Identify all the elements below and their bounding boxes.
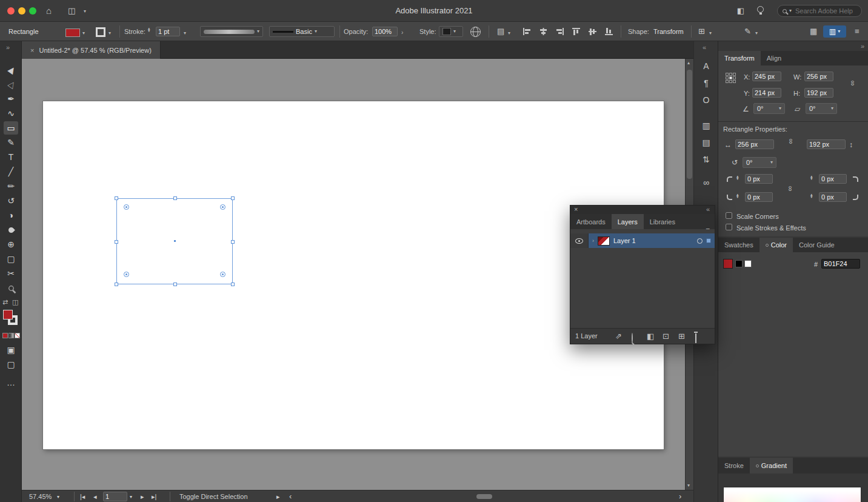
white-swatch[interactable]: [744, 260, 752, 267]
align-right-icon[interactable]: [555, 27, 564, 36]
artboard-tool[interactable]: ▢: [4, 252, 18, 266]
opentype-panel-icon[interactable]: O: [694, 93, 718, 107]
isolate-selection-icon[interactable]: ⊞: [698, 27, 705, 35]
corner-top-left-input[interactable]: [745, 174, 773, 184]
selection-handle-bottom-left[interactable]: [115, 283, 118, 286]
tab-color[interactable]: Color: [760, 238, 793, 252]
graphic-styles-panel-icon[interactable]: ▤: [694, 136, 718, 149]
corner-tr-stepper[interactable]: ▴▾: [810, 175, 813, 180]
appearance-panel-icon[interactable]: ▥: [694, 119, 718, 132]
corner-link-icon[interactable]: ∞: [786, 186, 795, 192]
scale-corners-checkbox[interactable]: [726, 212, 732, 219]
discover-lightbulb-icon[interactable]: [757, 6, 764, 13]
pencil-tool[interactable]: ✏: [4, 179, 18, 193]
x-input[interactable]: [752, 72, 781, 81]
curvature-tool[interactable]: ∿: [4, 107, 18, 120]
tab-align[interactable]: Align: [761, 51, 787, 65]
scroll-right-arrow-icon[interactable]: ›: [679, 492, 681, 501]
paintbrush-tool[interactable]: ✎: [4, 136, 18, 149]
previous-artboard-button[interactable]: ◂: [93, 493, 97, 501]
selection-handle-top-right[interactable]: [231, 196, 235, 200]
control-bar-menu-icon[interactable]: ≡: [855, 27, 860, 35]
selection-handle-bottom-center[interactable]: [173, 283, 177, 286]
scroll-down-arrow-icon[interactable]: ▾: [687, 483, 690, 488]
stroke-weight-stepper[interactable]: ▴▾: [148, 27, 150, 32]
artboard-options-icon[interactable]: ▤: [497, 27, 504, 35]
select-similar-icon[interactable]: ✎: [744, 27, 751, 35]
corner-tl-stepper[interactable]: ▴▾: [736, 175, 739, 180]
layers-panel-collapse-icon[interactable]: «: [706, 206, 710, 213]
default-fill-stroke-icon[interactable]: ◫: [12, 298, 18, 306]
screen-mode-button[interactable]: ▢: [4, 358, 18, 371]
rect-height-input[interactable]: [807, 139, 846, 149]
y-input[interactable]: [752, 88, 781, 98]
align-bottom-icon[interactable]: [604, 27, 613, 36]
layer-row[interactable]: › Layer 1: [570, 233, 715, 248]
pen-tool[interactable]: ✒: [4, 92, 18, 105]
rect-width-input[interactable]: [735, 139, 774, 149]
export-panel-icon[interactable]: ⇅: [694, 153, 718, 166]
hex-input[interactable]: [821, 259, 860, 269]
document-setup-globe-icon[interactable]: [470, 27, 481, 37]
locate-object-icon[interactable]: [632, 333, 633, 343]
zoom-chevron-icon[interactable]: ▾: [57, 495, 59, 500]
zoom-level-value[interactable]: 57.45%: [29, 493, 52, 500]
isolate-chevron-icon[interactable]: ▾: [709, 31, 712, 36]
slice-tool[interactable]: ✂: [4, 267, 18, 280]
direct-selection-tool[interactable]: ▷: [4, 78, 18, 91]
toolbar-collapse-icon[interactable]: »: [6, 44, 10, 51]
layer-name[interactable]: Layer 1: [613, 237, 693, 244]
scroll-up-arrow-icon[interactable]: ▴: [687, 61, 690, 65]
tab-stroke[interactable]: Stroke: [718, 458, 750, 474]
panel-toggle-icon[interactable]: ◧: [737, 6, 744, 15]
selection-handle-middle-right[interactable]: [231, 240, 235, 244]
scroll-left-arrow-icon[interactable]: ‹: [289, 492, 292, 501]
tab-artboards[interactable]: Artboards: [570, 214, 612, 229]
corner-br-stepper[interactable]: ▴▾: [810, 193, 813, 198]
new-sublayer-icon[interactable]: ⊡: [663, 332, 669, 341]
help-search-field[interactable]: ▾: [777, 5, 862, 17]
transform-button[interactable]: Transform: [653, 28, 684, 35]
edit-toolbar-button[interactable]: …: [4, 376, 18, 389]
corner-widget-bottom-left[interactable]: [124, 272, 129, 277]
selection-tool[interactable]: ▶: [4, 63, 18, 76]
vertical-scrollbar-thumb[interactable]: [687, 70, 692, 179]
tab-libraries[interactable]: Libraries: [644, 214, 681, 229]
make-clipping-mask-icon[interactable]: ◧: [647, 332, 654, 341]
collect-for-export-icon[interactable]: ⇗: [615, 332, 622, 341]
corner-bottom-right-input[interactable]: [819, 192, 847, 202]
corner-top-right-input[interactable]: [819, 174, 847, 184]
align-top-icon[interactable]: [572, 27, 581, 36]
color-fill-swatch[interactable]: [723, 259, 733, 269]
line-segment-tool[interactable]: ╱: [4, 165, 18, 178]
last-artboard-button[interactable]: ▸|: [152, 493, 156, 501]
links-panel-icon[interactable]: ∞: [694, 176, 718, 189]
corner-widget-top-right[interactable]: [220, 204, 225, 210]
stroke-chevron-icon[interactable]: ▾: [109, 31, 111, 36]
new-layer-icon[interactable]: ⊞: [678, 332, 685, 341]
w-input[interactable]: [804, 72, 833, 81]
stroke-color-swatch[interactable]: [96, 27, 105, 37]
paragraph-panel-icon[interactable]: ¶: [694, 76, 718, 90]
width-profile-dropdown[interactable]: ▾: [200, 26, 263, 37]
gradient-mode-swatch[interactable]: [8, 333, 14, 338]
layer-row-selected[interactable]: › Layer 1: [589, 233, 715, 248]
selection-handle-middle-left[interactable]: [115, 240, 118, 244]
constrain-proportions-link-icon[interactable]: ∞: [849, 81, 857, 86]
layer-expand-chevron-icon[interactable]: ›: [592, 238, 594, 244]
eyedropper-tool[interactable]: [4, 223, 18, 236]
brush-definition-dropdown[interactable]: Basic ▾: [269, 26, 335, 37]
selection-handle-top-left[interactable]: [115, 196, 118, 200]
corner-bottom-left-input[interactable]: [745, 192, 773, 202]
black-swatch[interactable]: [735, 260, 743, 267]
status-expand-arrow-icon[interactable]: ▸: [276, 493, 280, 501]
align-left-icon[interactable]: [522, 27, 532, 36]
artboard-number-input[interactable]: [103, 492, 127, 501]
fill-indicator-swatch[interactable]: [3, 310, 13, 320]
document-tab[interactable]: × Untitled-2* @ 57.45 % (RGB/Preview): [22, 41, 161, 59]
expand-panels-icon[interactable]: «: [703, 44, 706, 51]
selection-handle-bottom-right[interactable]: [231, 283, 235, 286]
selected-rectangle[interactable]: [116, 198, 233, 284]
close-document-icon[interactable]: ×: [30, 47, 34, 54]
selection-center-point[interactable]: [173, 239, 176, 243]
